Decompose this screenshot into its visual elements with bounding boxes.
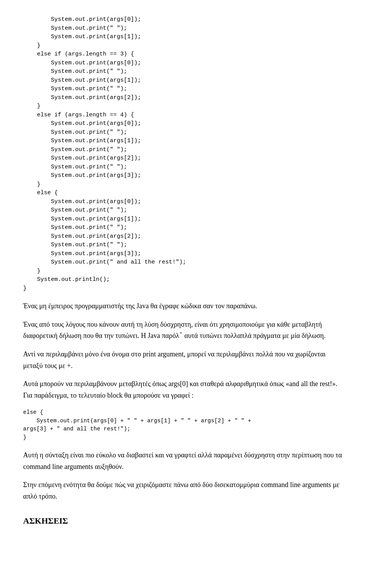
paragraph-4: Αυτά μπορούν να περιλαμβάνουν μεταβλητές… (23, 378, 347, 401)
paragraph-5: Αυτή η σύνταξη είναι πιο εύκολο να διαβα… (23, 450, 347, 472)
code-bottom-block: else { System.out.print(args[0] + " " + … (23, 408, 347, 442)
code-top-block: System.out.print(args[0]); System.out.pr… (23, 15, 347, 293)
paragraph-6: Στην επόμενη ενότητα θα δούμε πώς να χει… (23, 479, 347, 502)
section-heading-askiseis: ΑΣΚΗΣΕΙΣ (23, 514, 347, 528)
paragraph-2: Ένας από τους λόγους που κάνουν αυτή τη … (23, 319, 347, 342)
paragraph-3: Αντί να περιλαμβάνει μόνο ένα όνομα στο … (23, 349, 347, 371)
paragraph-1: Ένας μη έμπειρος προγραμματιστής της Jav… (23, 301, 347, 312)
